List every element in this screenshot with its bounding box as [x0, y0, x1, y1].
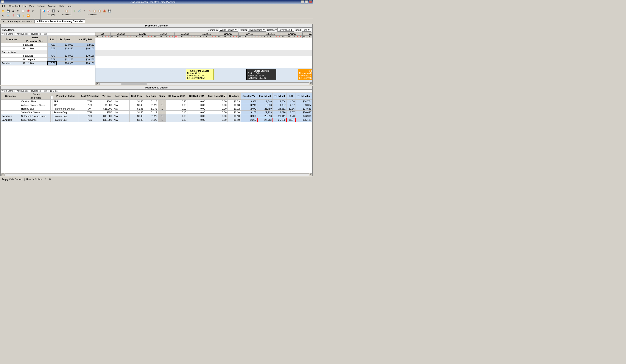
day-M: M [132, 36, 135, 38]
det-acv-6: 70% [79, 118, 101, 122]
det-sale-3: $1.32 [144, 107, 158, 111]
evt-spend-cell: $13,906 [56, 54, 74, 58]
tool-cat4[interactable]: ⚙ [56, 9, 61, 13]
lift-cell [47, 50, 56, 54]
tool-help[interactable]: ❓ [11, 14, 15, 18]
date-label-8: 12/14/15 [260, 33, 281, 36]
scroll-right[interactable]: ► [310, 82, 312, 85]
det-cons-6: N/A [113, 118, 129, 122]
menu-edit[interactable]: Edit [21, 4, 28, 7]
day-S: S [278, 36, 281, 38]
tool-save[interactable]: 💾 [6, 9, 10, 13]
tool-promo-export[interactable]: 📤 [102, 9, 107, 13]
tool-promo-link[interactable]: 🔗 [77, 9, 82, 13]
det-off-inv-4: 0.10 [166, 111, 187, 114]
event-super-sub2: Sale Price: $1.29 [247, 74, 275, 77]
table-row: Fizz 20oz 4.43 $13,906 $10,166 [1, 54, 95, 58]
tool-cat2[interactable]: 📈 [46, 9, 51, 13]
day-S: S [211, 36, 214, 38]
det-cons-2: N/A [113, 103, 129, 107]
tool-cat1[interactable]: 📊 [41, 9, 46, 13]
det-scenario-2 [1, 103, 20, 107]
evt-spend-cell: $19,272 [56, 47, 74, 50]
tool-promo-delete[interactable]: ✕ [87, 9, 92, 13]
promo-details-title: Promotional Details [1, 86, 312, 90]
day-S: S [129, 36, 132, 38]
filter-group: Company World Brands ▼ Retailer ValueCho… [208, 28, 311, 32]
menu-view[interactable]: View [28, 4, 36, 7]
det-value-1: $14,704 [296, 100, 312, 103]
det-promo-3: Holiday Sale [20, 107, 51, 111]
tool-cut[interactable]: ✂ [16, 9, 20, 13]
tab-dashboard-close[interactable]: ✕ [3, 20, 4, 23]
category-select[interactable]: Beverages ▼ [277, 28, 294, 32]
system-menu[interactable]: 🖥 [1, 0, 4, 3]
toolbar: 📂 💾 🖨 ✂ 📋 📌 ↩ ↪ 🔍 ❓ 🔄 ⚡ 🔽 ↕ Retailer 📊 📈 [0, 8, 313, 19]
brand-select[interactable]: Fizz ▼ [302, 28, 311, 32]
tool-promo-add[interactable]: + [72, 9, 77, 13]
retailer-select[interactable]: ValueChoice ▼ [248, 28, 266, 32]
tool-filter[interactable]: 🔽 [26, 14, 30, 18]
tool-promo-copy1[interactable]: 📋 [92, 9, 97, 13]
det-scroll-left[interactable]: ◄ [1, 174, 4, 176]
det-bill-5: 0.00 [187, 114, 206, 118]
minimize-button[interactable]: _ [301, 0, 304, 3]
tool-redo[interactable]: ↪ [1, 14, 6, 18]
tool-cat3[interactable]: 🔲 [51, 9, 56, 13]
cal-scrollbar[interactable]: ◄ ► [95, 82, 312, 85]
maximize-button[interactable]: □ [305, 0, 308, 3]
det-dummy-1 [50, 100, 53, 103]
lift-cell: 4.33 [47, 43, 56, 47]
tool-promo-save[interactable]: 💾 [107, 9, 112, 13]
tool-new[interactable]: 📂 [1, 9, 6, 13]
tool-calc[interactable]: 🔄 [16, 14, 20, 18]
tool-refresh[interactable]: ⚡ [21, 14, 25, 18]
menu-worksheet[interactable]: Worksheet [7, 4, 21, 7]
event-sale-of-season[interactable]: Sale of the Season Feature Only Sale Pri… [186, 69, 214, 80]
tool-promo-copy2[interactable]: 📋 [97, 9, 102, 13]
tool-scenario[interactable]: 📋 [64, 9, 69, 13]
det-scenario-4 [1, 111, 20, 114]
det-scroll-right[interactable]: ► [310, 174, 312, 176]
tool-paste[interactable]: 📌 [26, 9, 30, 13]
page-items-label: Page Items [2, 29, 14, 31]
day-labels-4: M T W T F S S [175, 36, 196, 38]
evt-spend-cell: $14,951 [56, 43, 74, 47]
scroll-track[interactable] [99, 82, 309, 85]
det-base-3: 2,072 [241, 107, 257, 111]
menu-file[interactable]: File [1, 4, 7, 7]
close-button[interactable]: × [309, 0, 312, 3]
day-M: M [303, 36, 306, 38]
tool-sort[interactable]: ↕ [31, 14, 35, 18]
det-acv-2: 75% [79, 103, 101, 107]
menu-options[interactable]: Options [36, 4, 46, 7]
day-F: F [187, 36, 190, 38]
tab-dashboard[interactable]: ✕ Trade Analyst Dashboard [1, 19, 34, 23]
details-scrollbar[interactable]: ◄ ► [1, 173, 312, 176]
status-cursor: Row: 9, Column: 2 [26, 178, 46, 181]
tab-promo-close[interactable]: ✕ [37, 20, 38, 22]
sandbox-promo-gr: Fizz 2 liter [22, 61, 48, 65]
tool-copy[interactable]: 📋 [21, 9, 25, 13]
scroll-thumb[interactable] [121, 83, 147, 85]
details-table-container[interactable]: Scenarios Series Promotion Tactics % ACV… [1, 93, 312, 173]
promo-calendar-title: Promotion Calendar [1, 24, 312, 28]
menu-data[interactable]: Data [58, 4, 65, 7]
tool-print[interactable]: 🖨 [11, 9, 15, 13]
company-select[interactable]: World Brands ▼ [219, 28, 238, 32]
tab-promotion-calendar[interactable]: ✕ Filtered - Promotion Planning Calendar [35, 19, 85, 23]
tool-promo-edit[interactable]: ✏ [82, 9, 87, 13]
retailer-dropdown-icon: ▼ [263, 29, 265, 31]
tool-search[interactable]: 🔍 [6, 14, 10, 18]
promo-calendar-panel: Promotion Calendar Page Items Company Wo… [0, 24, 313, 85]
promo-details-table: Scenarios Series Promotion Tactics % ACV… [1, 93, 312, 122]
event-super-savings[interactable]: Super Savings Feature Only Sale Price: $… [246, 69, 276, 80]
menu-help[interactable]: Help [65, 4, 73, 7]
tool-undo[interactable]: ↩ [31, 9, 35, 13]
det-veh-3: $15,000 [101, 107, 113, 111]
event-holiday-sale[interactable]: Holiday Sale Feature and Display Sale Pr… [298, 69, 312, 80]
det-scroll-track[interactable] [4, 174, 309, 176]
menu-analysis[interactable]: Analysis [46, 4, 58, 7]
day-labels-5: M T W T F S S [196, 36, 217, 38]
scroll-left[interactable]: ◄ [96, 82, 99, 85]
